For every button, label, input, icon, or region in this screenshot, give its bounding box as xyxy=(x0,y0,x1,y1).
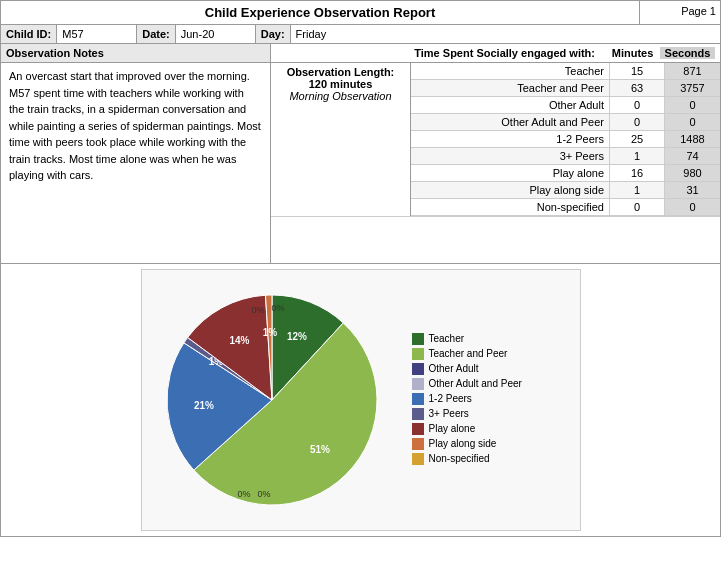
row-minutes: 1 xyxy=(610,148,665,164)
page-number: Page 1 xyxy=(640,1,720,24)
report-title: Child Experience Observation Report xyxy=(1,1,640,24)
legend-color-swatch xyxy=(412,393,424,405)
chart-legend: Teacher Teacher and Peer Other Adult Oth… xyxy=(412,333,522,468)
row-seconds: 0 xyxy=(665,97,720,113)
legend-item: 1-2 Peers xyxy=(412,393,522,405)
row-seconds: 871 xyxy=(665,63,720,79)
obs-length-section: Observation Length: 120 minutes Morning … xyxy=(271,63,720,217)
row-label: 1-2 Peers xyxy=(411,131,610,147)
row-label: 3+ Peers xyxy=(411,148,610,164)
minutes-col-header: Minutes xyxy=(605,47,660,59)
header-row: Child Experience Observation Report Page… xyxy=(1,1,720,25)
row-seconds: 1488 xyxy=(665,131,720,147)
seconds-col-header: Seconds xyxy=(660,47,715,59)
legend-color-swatch xyxy=(412,363,424,375)
row-label: Non-specified xyxy=(411,199,610,215)
date-label: Date: xyxy=(137,25,176,43)
row-minutes: 25 xyxy=(610,131,665,147)
row-label: Play along side xyxy=(411,182,610,198)
table-row: Teacher 15 871 xyxy=(411,63,720,80)
row-minutes: 15 xyxy=(610,63,665,79)
chart-wrapper: 12%51%21%1%14%1%0%0%0%0% Teacher Teacher… xyxy=(141,269,581,531)
row-minutes: 0 xyxy=(610,97,665,113)
obs-length-block: Observation Length: 120 minutes Morning … xyxy=(271,63,411,216)
report-container: Child Experience Observation Report Page… xyxy=(0,0,721,537)
child-id-label: Child ID: xyxy=(1,25,57,43)
obs-notes-panel: An overcast start that improved over the… xyxy=(1,63,271,263)
obs-type: Morning Observation xyxy=(276,90,405,102)
table-row: Play along side 1 31 xyxy=(411,182,720,199)
section-headers: Observation Notes Time Spent Socially en… xyxy=(1,44,720,63)
pie-chart: 12%51%21%1%14%1%0%0%0%0% xyxy=(152,280,392,520)
legend-label: 3+ Peers xyxy=(429,408,469,419)
zero-label: 0% xyxy=(257,489,270,499)
info-row: Child ID: M57 Date: Jun-20 Day: Friday xyxy=(1,25,720,44)
zero-label: 0% xyxy=(237,489,250,499)
row-minutes: 0 xyxy=(610,199,665,215)
row-seconds: 980 xyxy=(665,165,720,181)
legend-item: Non-specified xyxy=(412,453,522,465)
obs-length-value: 120 minutes xyxy=(276,78,405,90)
legend-color-swatch xyxy=(412,423,424,435)
table-row: Non-specified 0 0 xyxy=(411,199,720,216)
row-seconds: 74 xyxy=(665,148,720,164)
legend-label: Play alone xyxy=(429,423,476,434)
legend-item: Teacher xyxy=(412,333,522,345)
date-value: Jun-20 xyxy=(176,25,256,43)
legend-color-swatch xyxy=(412,378,424,390)
obs-notes-header: Observation Notes xyxy=(1,44,271,62)
obs-length-label: Observation Length: xyxy=(276,66,405,78)
legend-item: Play along side xyxy=(412,438,522,450)
pie-label: 12% xyxy=(286,331,306,342)
legend-label: Play along side xyxy=(429,438,497,449)
legend-color-swatch xyxy=(412,348,424,360)
legend-label: Other Adult xyxy=(429,363,479,374)
child-id-value: M57 xyxy=(57,25,137,43)
legend-label: 1-2 Peers xyxy=(429,393,472,404)
legend-label: Other Adult and Peer xyxy=(429,378,522,389)
pie-label: 1% xyxy=(262,327,277,338)
row-seconds: 3757 xyxy=(665,80,720,96)
legend-color-swatch xyxy=(412,333,424,345)
row-minutes: 0 xyxy=(610,114,665,130)
row-minutes: 1 xyxy=(610,182,665,198)
chart-area: 12%51%21%1%14%1%0%0%0%0% Teacher Teacher… xyxy=(1,263,720,536)
legend-item: Teacher and Peer xyxy=(412,348,522,360)
row-label: Other Adult xyxy=(411,97,610,113)
day-value: Friday xyxy=(291,25,391,43)
legend-item: 3+ Peers xyxy=(412,408,522,420)
legend-label: Non-specified xyxy=(429,453,490,464)
row-minutes: 16 xyxy=(610,165,665,181)
time-spent-header: Time Spent Socially engaged with: Minute… xyxy=(271,44,720,62)
data-table-inner: Teacher 15 871 Teacher and Peer 63 3757 … xyxy=(411,63,720,216)
row-label: Play alone xyxy=(411,165,610,181)
legend-item: Other Adult xyxy=(412,363,522,375)
row-seconds: 0 xyxy=(665,199,720,215)
day-label: Day: xyxy=(256,25,291,43)
table-row: Other Adult and Peer 0 0 xyxy=(411,114,720,131)
row-label: Other Adult and Peer xyxy=(411,114,610,130)
table-row: Play alone 16 980 xyxy=(411,165,720,182)
table-row: 3+ Peers 1 74 xyxy=(411,148,720,165)
right-panel: Observation Length: 120 minutes Morning … xyxy=(271,63,720,263)
row-seconds: 31 xyxy=(665,182,720,198)
zero-label: 0% xyxy=(271,303,284,313)
row-label: Teacher and Peer xyxy=(411,80,610,96)
table-row: Other Adult 0 0 xyxy=(411,97,720,114)
zero-label: 0% xyxy=(251,305,264,315)
legend-color-swatch xyxy=(412,438,424,450)
pie-label: 21% xyxy=(193,400,213,411)
legend-item: Play alone xyxy=(412,423,522,435)
main-content: An overcast start that improved over the… xyxy=(1,63,720,263)
row-label: Teacher xyxy=(411,63,610,79)
time-spent-label: Time Spent Socially engaged with: xyxy=(414,47,595,59)
table-row: Teacher and Peer 63 3757 xyxy=(411,80,720,97)
legend-label: Teacher and Peer xyxy=(429,348,508,359)
table-row: 1-2 Peers 25 1488 xyxy=(411,131,720,148)
obs-notes-text: An overcast start that improved over the… xyxy=(9,70,261,181)
row-seconds: 0 xyxy=(665,114,720,130)
legend-label: Teacher xyxy=(429,333,465,344)
legend-item: Other Adult and Peer xyxy=(412,378,522,390)
row-minutes: 63 xyxy=(610,80,665,96)
legend-color-swatch xyxy=(412,453,424,465)
